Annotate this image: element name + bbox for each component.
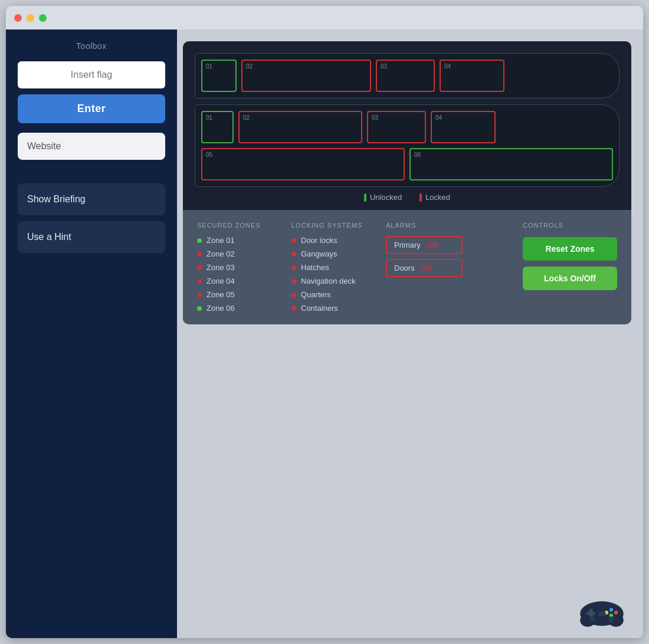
main-content: 01 02 03 04 — [177, 29, 643, 638]
nav-deck-item: Navigation deck — [291, 277, 368, 285]
containers-item: Containers — [291, 304, 368, 313]
nav-deck-dot — [291, 279, 296, 284]
primary-alarm-status: ON — [427, 241, 438, 249]
zone-01-dot — [197, 238, 202, 243]
primary-alarm-badge: Primary ON — [386, 236, 463, 254]
nav-deck-label: Navigation deck — [301, 277, 356, 285]
zone-03-item: Zone 03 — [197, 263, 274, 272]
show-briefing-button[interactable]: Show Briefing — [18, 183, 165, 215]
secured-zones-section: SECURED ZONES Zone 01 Zone 02 Zone 03 — [197, 222, 274, 313]
zone-06-row2: 06 — [409, 148, 613, 180]
ship-panel: 01 02 03 04 — [183, 41, 631, 210]
hatches-label: Hatches — [301, 263, 329, 272]
zone-03-row2: 03 — [367, 111, 426, 143]
svg-point-11 — [608, 616, 614, 622]
legend-unlocked: Unlocked — [364, 193, 402, 202]
quarters-label: Quarters — [301, 290, 331, 299]
zone-05-item: Zone 05 — [197, 290, 274, 299]
hatches-dot — [291, 265, 296, 270]
quarters-item: Quarters — [291, 290, 368, 299]
doors-alarm-label: Doors — [394, 264, 415, 272]
zone-02-label: Zone 02 — [206, 249, 235, 258]
close-dot[interactable] — [14, 14, 22, 22]
gamepad-area — [578, 594, 625, 632]
zone-01-label: Zone 01 — [206, 236, 235, 245]
gamepad-icon — [578, 594, 625, 630]
insert-flag-input[interactable] — [18, 61, 165, 88]
zone-02-dot — [197, 252, 202, 257]
info-panel: SECURED ZONES Zone 01 Zone 02 Zone 03 — [183, 210, 631, 324]
alarms-title: ALARMS — [386, 222, 463, 229]
locking-systems-title: LOCKING SYSTEMS — [291, 222, 368, 229]
zone-01-row1: 01 — [201, 60, 237, 92]
zone-01-item: Zone 01 — [197, 236, 274, 245]
browser-titlebar — [6, 6, 643, 29]
sidebar: Toolbox Enter Website Show Briefing Use … — [6, 29, 177, 638]
minimize-dot[interactable] — [27, 14, 34, 22]
zone-05-label: Zone 05 — [206, 290, 235, 299]
door-locks-item: Door locks — [291, 236, 368, 245]
website-button[interactable]: Website — [18, 133, 165, 160]
gangways-dot — [291, 252, 296, 257]
zone-03-dot — [197, 265, 202, 270]
ship-diagram: 01 02 03 04 — [195, 53, 620, 204]
alarms-section: ALARMS Primary ON Doors ON — [386, 222, 463, 313]
zone-03-row1: 03 — [376, 60, 435, 92]
zone-02-item: Zone 02 — [197, 249, 274, 258]
zone-02-row1: 02 — [241, 60, 371, 92]
zone-02-row2: 02 — [238, 111, 362, 143]
doors-alarm-status: ON — [421, 264, 432, 272]
zone-01-row2: 01 — [201, 111, 234, 143]
zone-04-item: Zone 04 — [197, 277, 274, 285]
quarters-dot — [291, 293, 296, 297]
zone-05-row2: 05 — [201, 148, 405, 180]
hull-row2: 01 02 03 04 — [195, 104, 620, 187]
containers-label: Containers — [301, 304, 338, 313]
legend: Unlocked Locked — [195, 187, 620, 204]
svg-rect-4 — [589, 609, 593, 617]
zone-06-label: Zone 06 — [206, 304, 235, 313]
svg-rect-9 — [598, 612, 606, 616]
hatches-item: Hatches — [291, 263, 368, 272]
zone-04-dot — [197, 279, 202, 284]
reset-zones-button[interactable]: Reset Zones — [523, 237, 617, 261]
locking-systems-section: LOCKING SYSTEMS Door locks Gangways Hatc… — [291, 222, 368, 313]
doors-alarm-badge: Doors ON — [386, 259, 463, 277]
controls-section: CONTROLS Reset Zones Locks On/Off — [523, 222, 617, 313]
containers-dot — [291, 306, 296, 311]
use-hint-button[interactable]: Use a Hint — [18, 221, 165, 253]
zone-04-label: Zone 04 — [206, 277, 235, 285]
zone-04-row1: 04 — [440, 60, 504, 92]
primary-alarm-label: Primary — [394, 241, 421, 249]
locks-on-off-button[interactable]: Locks On/Off — [523, 267, 617, 290]
unlocked-bar — [364, 193, 366, 202]
locked-bar — [419, 193, 422, 202]
svg-point-6 — [614, 611, 618, 615]
locked-label: Locked — [425, 193, 450, 202]
zone-05-dot — [197, 293, 202, 297]
hull-row1: 01 02 03 04 — [195, 53, 620, 98]
controls-title: CONTROLS — [523, 222, 617, 229]
svg-point-5 — [609, 608, 613, 612]
zone-03-label: Zone 03 — [206, 263, 235, 272]
maximize-dot[interactable] — [39, 14, 47, 22]
svg-point-10 — [589, 616, 595, 622]
secured-zones-title: SECURED ZONES — [197, 222, 274, 229]
toolbox-label: Toolbox — [18, 41, 165, 51]
zone-06-dot — [197, 306, 202, 311]
zone-04-row2: 04 — [431, 111, 496, 143]
door-locks-label: Door locks — [301, 236, 337, 245]
zone-06-item: Zone 06 — [197, 304, 274, 313]
unlocked-label: Unlocked — [370, 193, 402, 202]
enter-button[interactable]: Enter — [18, 94, 165, 123]
gangways-label: Gangways — [301, 249, 337, 258]
legend-locked: Locked — [419, 193, 450, 202]
gangways-item: Gangways — [291, 249, 368, 258]
door-locks-dot — [291, 238, 296, 243]
